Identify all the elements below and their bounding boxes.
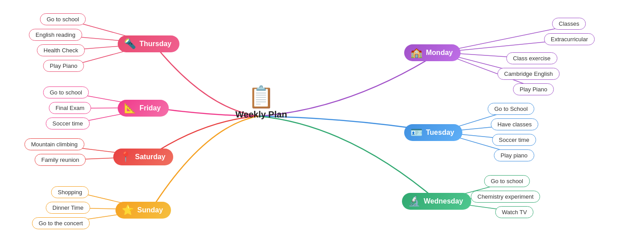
leaf-saturday-1: Family reunion [35, 154, 86, 166]
leaf-sunday-0: Shopping [51, 186, 89, 198]
leaf-thursday-0: Go to school [40, 13, 86, 25]
day-node-friday: 📐Friday [118, 100, 169, 117]
thursday-icon: 🔦 [124, 39, 136, 49]
leaf-thursday-1: English reading [29, 29, 82, 41]
sunday-label: Sunday [137, 206, 163, 214]
leaf-friday-2: Soccer time [46, 118, 90, 129]
friday-icon: 📐 [124, 103, 136, 113]
day-node-tuesday: 🪪Tuesday [404, 124, 462, 141]
leaf-sunday-1: Dinner Time [46, 202, 90, 214]
leaf-tuesday-3: Play piano [494, 149, 534, 161]
leaf-tuesday-1: Have classes [491, 118, 538, 130]
tuesday-icon: 🪪 [410, 128, 422, 137]
center-label: Weekly Plan [235, 110, 287, 120]
center-node: 📋 Weekly Plan [235, 86, 287, 120]
leaf-sunday-2: Go to the concert [32, 217, 90, 229]
leaf-friday-0: Go to school [43, 86, 89, 98]
day-node-saturday: 📍Saturday [113, 149, 173, 165]
leaf-monday-1: Extracurricular [544, 33, 595, 45]
sunday-icon: ⭐ [122, 205, 134, 215]
day-node-wednesday: 🔬Wednesday [402, 193, 471, 210]
day-node-sunday: ⭐Sunday [115, 202, 171, 219]
leaf-saturday-0: Mountain climbing [24, 138, 84, 150]
saturday-icon: 📍 [119, 152, 131, 162]
saturday-label: Saturday [135, 153, 165, 161]
thursday-label: Thursday [139, 40, 171, 48]
leaf-wednesday-1: Chemistry experiment [471, 191, 540, 203]
leaf-monday-0: Classes [552, 18, 586, 30]
leaf-monday-2: Class exercise [506, 52, 557, 64]
leaf-thursday-3: Play Piano [43, 60, 84, 72]
day-node-monday: 🏫Monday [404, 44, 461, 61]
leaf-friday-1: Final Exam [49, 102, 91, 114]
monday-label: Monday [426, 49, 453, 57]
leaf-thursday-2: Health Check [37, 44, 85, 56]
leaf-wednesday-0: Go to school [484, 175, 530, 187]
day-node-thursday: 🔦Thursday [118, 35, 179, 52]
friday-label: Friday [139, 104, 161, 112]
leaf-monday-4: Play Piano [513, 83, 554, 95]
center-icon: 📋 [248, 86, 274, 108]
wednesday-icon: 🔬 [408, 196, 420, 206]
tuesday-label: Tuesday [426, 129, 454, 137]
leaf-monday-3: Cambridge English [497, 68, 560, 80]
monday-icon: 🏫 [410, 48, 422, 58]
leaf-tuesday-2: Soccer time [492, 134, 536, 146]
leaf-wednesday-2: Watch TV [495, 206, 533, 218]
wednesday-label: Wednesday [424, 197, 463, 205]
leaf-tuesday-0: Go to School [488, 103, 534, 115]
